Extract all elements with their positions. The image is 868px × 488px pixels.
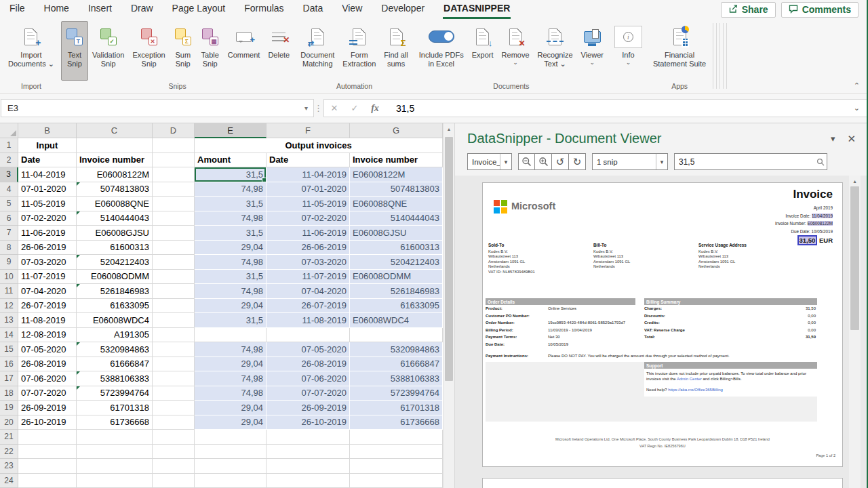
table-snip-button[interactable]: ▦TableSnip xyxy=(197,21,224,81)
cell-E7[interactable]: 31,5 xyxy=(195,226,267,241)
admin-center-link[interactable]: Admin Center xyxy=(677,377,702,381)
cell-E1-merged[interactable]: Output invoices xyxy=(195,138,443,153)
rotate-left-button[interactable]: ↺ xyxy=(552,153,569,170)
row-header-22[interactable]: 22 xyxy=(0,445,18,460)
cell-E18[interactable]: 74,98 xyxy=(195,386,267,401)
share-button[interactable]: Share xyxy=(721,2,776,18)
row-header-10[interactable]: 10 xyxy=(0,270,18,285)
cell-F5[interactable]: 11-05-2019 xyxy=(267,197,350,211)
cell-F11[interactable]: 07-04-2020 xyxy=(267,284,350,299)
cell-B17[interactable]: 07-06-2020 xyxy=(18,371,77,386)
cell-G16[interactable]: 61666847 xyxy=(350,357,443,372)
row-header-24[interactable]: 24 xyxy=(0,474,18,488)
tab-developer[interactable]: Developer xyxy=(372,0,434,19)
cell-G19[interactable]: 61701318 xyxy=(350,401,443,415)
tab-formulas[interactable]: Formulas xyxy=(235,0,293,19)
col-header-C[interactable]: C xyxy=(77,123,153,138)
row-header-4[interactable]: 4 xyxy=(0,182,18,197)
expand-formula-bar-icon[interactable]: ⌄ xyxy=(854,104,860,113)
cell-C1[interactable] xyxy=(77,138,153,153)
cell-F13[interactable]: 11-08-2019 xyxy=(267,313,350,328)
cell-B14[interactable]: 12-08-2019 xyxy=(18,328,77,343)
row-header-11[interactable]: 11 xyxy=(0,284,18,299)
cell-E2[interactable]: Amount xyxy=(195,153,267,168)
row-header-17[interactable]: 17 xyxy=(0,371,18,386)
cell-E14[interactable] xyxy=(195,328,267,343)
tab-insert[interactable]: Insert xyxy=(79,0,121,19)
cell-F21[interactable] xyxy=(267,430,350,445)
cell-G22[interactable] xyxy=(350,445,443,460)
cell-G8[interactable]: 61600313 xyxy=(350,241,443,256)
cell-D7[interactable] xyxy=(153,226,195,241)
cell-F4[interactable]: 07-01-2020 xyxy=(267,182,350,197)
cell-F15[interactable]: 07-05-2020 xyxy=(267,342,350,357)
cell-D3[interactable] xyxy=(153,167,195,182)
snip-filter-dropdown[interactable]: 1 snip ▾ xyxy=(592,153,668,170)
cell-G5[interactable]: E060088QNE xyxy=(350,197,443,211)
insert-function-icon[interactable]: fx xyxy=(365,103,385,114)
cell-E20[interactable]: 29,04 xyxy=(195,415,267,430)
cell-G10[interactable]: E06008ODMM xyxy=(350,270,443,285)
tab-view[interactable]: View xyxy=(332,0,372,19)
row-header-8[interactable]: 8 xyxy=(0,241,18,256)
viewer-vertical-scrollbar[interactable]: ▴ xyxy=(849,176,861,488)
cell-C7[interactable]: E06008GJSU xyxy=(77,226,153,241)
cell-D8[interactable] xyxy=(153,241,195,256)
cell-E5[interactable]: 31,5 xyxy=(195,197,267,211)
text-snip-button[interactable]: TTextSnip xyxy=(61,21,88,81)
cell-C6[interactable]: 5140444043 xyxy=(77,211,153,226)
cell-B18[interactable]: 07-07-2020 xyxy=(18,386,77,401)
row-header-1[interactable]: 1 xyxy=(0,138,18,153)
cell-B16[interactable]: 26-08-2019 xyxy=(18,357,77,372)
cell-E17[interactable]: 74,98 xyxy=(195,371,267,386)
cell-B5[interactable]: 11-05-2019 xyxy=(18,197,77,211)
panel-close-icon[interactable]: ✕ xyxy=(847,133,856,145)
cell-C19[interactable]: 61701318 xyxy=(77,401,153,415)
cell-G9[interactable]: 5204212403 xyxy=(350,255,443,270)
document-matching-button[interactable]: ⇄DocumentMatching xyxy=(296,21,338,81)
exception-snip-button[interactable]: ✕ExceptionSnip xyxy=(128,21,169,81)
cell-G12[interactable]: 61633095 xyxy=(350,299,443,314)
cell-E10[interactable]: 31,5 xyxy=(195,270,267,285)
cell-G15[interactable]: 5320984863 xyxy=(350,342,443,357)
comment-button[interactable]: +Comment xyxy=(224,21,264,81)
cell-C23[interactable] xyxy=(77,459,153,474)
cell-F9[interactable]: 07-03-2020 xyxy=(267,255,350,270)
cell-B9[interactable]: 07-03-2020 xyxy=(18,255,77,270)
row-header-23[interactable]: 23 xyxy=(0,459,18,474)
cell-D18[interactable] xyxy=(153,386,195,401)
tab-page-layout[interactable]: Page Layout xyxy=(163,0,235,19)
cell-E13[interactable]: 31,5 xyxy=(195,313,267,328)
col-header-F[interactable]: F xyxy=(267,123,350,138)
cell-F6[interactable]: 07-02-2020 xyxy=(267,211,350,226)
panel-dropdown-icon[interactable]: ▾ xyxy=(831,134,835,144)
cell-E15[interactable]: 74,98 xyxy=(195,342,267,357)
cell-F7[interactable]: 11-06-2019 xyxy=(267,226,350,241)
cell-D4[interactable] xyxy=(153,182,195,197)
tab-home[interactable]: Home xyxy=(35,0,79,19)
zoom-in-button[interactable] xyxy=(535,153,552,170)
enter-formula-icon[interactable]: ✓ xyxy=(344,103,365,113)
find-all-sums-button[interactable]: ΣFind allsums xyxy=(380,21,412,81)
tab-datasnipper[interactable]: DATASNIPPER xyxy=(434,0,519,19)
cell-F10[interactable]: 11-07-2019 xyxy=(267,270,350,285)
delete-button[interactable]: ✕Delete xyxy=(264,21,294,81)
chevron-down-icon[interactable]: ▾ xyxy=(656,154,667,169)
rotate-right-button[interactable]: ↻ xyxy=(569,153,586,170)
row-header-13[interactable]: 13 xyxy=(0,313,18,328)
cell-E3[interactable]: 31,5 xyxy=(195,167,267,182)
cell-G3[interactable]: E06008122M xyxy=(350,167,443,182)
cell-C20[interactable]: 61736668 xyxy=(77,415,153,430)
row-header-3[interactable]: 3 xyxy=(0,167,18,182)
invoice-page-1[interactable]: Microsoft Invoice April 2019 Invoice Dat… xyxy=(482,182,843,467)
cell-G21[interactable] xyxy=(350,430,443,445)
tab-draw[interactable]: Draw xyxy=(121,0,163,19)
row-header-9[interactable]: 9 xyxy=(0,255,18,270)
comments-button[interactable]: Comments xyxy=(781,2,859,18)
invoice-date-snip[interactable]: 11/04/2019 xyxy=(812,214,833,218)
select-all-corner[interactable] xyxy=(0,123,18,138)
cell-G20[interactable]: 61736668 xyxy=(350,415,443,430)
cell-B11[interactable]: 07-04-2020 xyxy=(18,284,77,299)
cell-E19[interactable]: 29,04 xyxy=(195,401,267,415)
name-box-dropdown-icon[interactable]: ▾ xyxy=(304,104,308,112)
